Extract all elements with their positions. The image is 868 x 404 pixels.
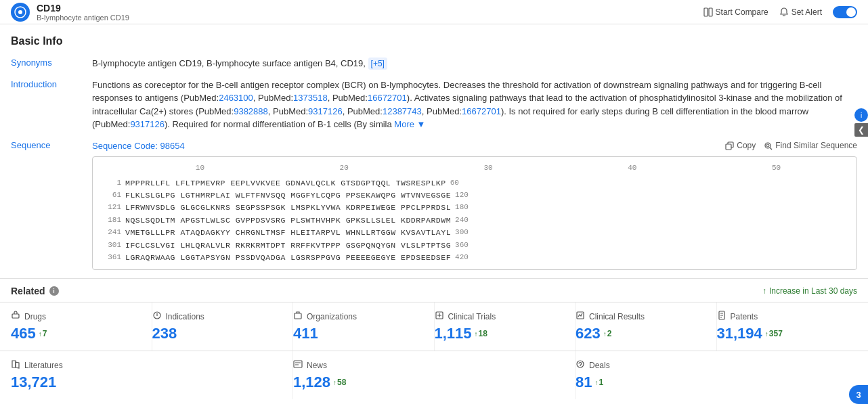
introduction-value: Functions as coreceptor for the B-cell a… (92, 78, 857, 131)
sequence-box[interactable]: 10 20 30 40 50 1 MPPPRLLFL LFLTPMEVRP EE… (92, 156, 857, 270)
header-title: CD19 B-lymphocyte antigen CD19 (37, 3, 129, 22)
seq-line-7: 361 LGRAQRWAAG LGGTAPSYGN PSSDVQADGA LGS… (101, 252, 848, 264)
indications-label: Indications (166, 312, 204, 321)
clinical-trials-label: Clinical Trials (448, 312, 496, 321)
info-float-button[interactable]: i (854, 108, 868, 122)
clinical-trials-icon (435, 311, 444, 322)
seq-line-4: 181 NQSLSQDLTM APGSTLWLSC GVPPDSVSRG PLS… (101, 215, 848, 227)
entity-subtitle: B-lymphocyte antigen CD19 (37, 14, 129, 22)
patents-label: Patents (731, 312, 758, 321)
deals-icon (576, 359, 585, 371)
svg-point-15 (577, 361, 584, 367)
alert-toggle[interactable] (833, 6, 857, 18)
pubmed-link-6[interactable]: 12387743 (383, 106, 422, 116)
pubmed-link-5[interactable]: 9317126 (308, 106, 343, 116)
related-card-clinical-trials[interactable]: Clinical Trials 1,115 ↑18 (435, 302, 576, 351)
clinical-trials-value: 1,115 ↑18 (435, 325, 565, 342)
find-similar-button[interactable]: Find Similar Sequence (764, 141, 857, 150)
pubmed-link-4[interactable]: 9382888 (234, 106, 268, 116)
related-card-deals[interactable]: Deals 81 ↑1 (576, 351, 857, 399)
related-info-icon[interactable]: i (49, 286, 59, 296)
deals-value: 81 ↑1 (576, 374, 846, 391)
clinical-results-value: 623 ↑2 (576, 325, 706, 342)
clinical-results-trend: ↑2 (603, 329, 612, 338)
seq-line-5: 241 VMETGLLLPR ATAQDAGKYY CHRGNLTMSF HLE… (101, 227, 848, 239)
sequence-value: Sequence Code: 98654 Copy (92, 139, 857, 271)
copy-button[interactable]: Copy (725, 141, 756, 150)
synonyms-more-badge[interactable]: [+5] (368, 58, 387, 70)
patents-value: 31,194 ↑357 (717, 325, 847, 342)
literatures-icon (11, 359, 20, 371)
related-card-patents[interactable]: Patents 31,194 ↑357 (717, 302, 858, 351)
deals-label: Deals (589, 361, 610, 370)
sequence-ruler: 10 20 30 40 50 (128, 162, 848, 175)
copy-icon (725, 141, 734, 150)
related-card-drugs[interactable]: Drugs 465 ↑7 (11, 302, 152, 351)
svg-rect-4 (726, 144, 731, 150)
header-left: CD19 B-lymphocyte antigen CD19 (11, 3, 129, 22)
indications-icon (152, 311, 162, 322)
sequence-row: Sequence Sequence Code: 98654 Copy (11, 139, 857, 271)
search-circle-icon (764, 141, 773, 150)
entity-title: CD19 (37, 3, 129, 14)
app-logo (11, 3, 30, 22)
pubmed-link-1[interactable]: 2463100 (219, 93, 253, 103)
header-right: Start Compare Set Alert (703, 6, 857, 18)
news-value: 1,128 ↑58 (293, 374, 564, 391)
related-card-literatures[interactable]: Literatures 13,721 (11, 351, 293, 399)
indications-value: 238 (152, 325, 282, 342)
organizations-label: Organizations (307, 312, 357, 321)
synonyms-label: Synonyms (11, 57, 92, 68)
sequence-actions: Copy Find Similar Sequence (725, 141, 857, 150)
related-card-indications[interactable]: Indications 238 (152, 302, 294, 351)
pagination-button[interactable]: 3 (849, 385, 868, 399)
organizations-value: 411 (293, 325, 423, 342)
drugs-label: Drugs (24, 312, 46, 321)
seq-line-3: 121 LFRWNVSDLG GLGCGLKNRS SEGPSSPSGK LMS… (101, 202, 848, 214)
patents-icon (717, 311, 726, 322)
compare-icon (703, 7, 713, 17)
basic-info-title: Basic Info (11, 35, 857, 47)
pubmed-link-3[interactable]: 16672701 (368, 93, 407, 103)
seq-line-1: 1 MPPPRLLFL LFLTPMEVRP EEPLVVKVEE GDNAVL… (101, 177, 848, 189)
synonyms-value: B-lymphocyte antigen CD19, B-lymphocyte … (92, 57, 857, 70)
related-card-news[interactable]: News 1,128 ↑58 (293, 351, 576, 399)
start-compare-button[interactable]: Start Compare (703, 7, 768, 17)
related-card-clinical-results[interactable]: Clinical Results 623 ↑2 (576, 302, 717, 351)
related-title: Related i (11, 286, 59, 296)
seq-line-2: 61 FLKLSLGLPG LGTHMRPLAI WLFTFNVSQQ MGGF… (101, 189, 848, 202)
svg-point-5 (765, 143, 771, 148)
clinical-results-label: Clinical Results (589, 312, 645, 321)
svg-rect-10 (295, 313, 301, 319)
sequence-label: Sequence (11, 139, 92, 150)
sequence-header: Sequence Code: 98654 Copy (92, 139, 857, 153)
related-card-organizations[interactable]: Organizations 411 (293, 302, 435, 351)
news-trend: ↑58 (333, 378, 346, 387)
drugs-value: 465 ↑7 (11, 325, 141, 342)
more-link[interactable]: More ▼ (394, 119, 425, 129)
side-float-buttons: i ❮ (854, 108, 868, 137)
related-cards-row2: Literatures 13,721 News 1,128 ↑58 Deals … (0, 351, 868, 399)
synonyms-row: Synonyms B-lymphocyte antigen CD19, B-ly… (11, 57, 857, 70)
seq-line-6: 301 IFCLCSLVGI LHLQRALVLR RKRKRMTDPT RRF… (101, 240, 848, 252)
literatures-value: 13,721 (11, 374, 282, 391)
bell-icon (779, 7, 789, 17)
chevron-float-button[interactable]: ❮ (854, 123, 868, 137)
literatures-label: Literatures (24, 361, 63, 370)
svg-rect-14 (294, 361, 302, 367)
svg-point-1 (18, 10, 22, 14)
svg-point-6 (766, 144, 769, 147)
introduction-label: Introduction (11, 78, 92, 89)
drugs-trend: ↑7 (39, 329, 47, 338)
sequence-code[interactable]: Sequence Code: 98654 (92, 139, 185, 153)
svg-rect-2 (704, 8, 708, 16)
set-alert-button[interactable]: Set Alert (779, 7, 822, 17)
news-icon (293, 359, 303, 371)
pubmed-link-7[interactable]: 16672701 (462, 106, 501, 116)
clinical-results-icon (576, 311, 585, 322)
svg-rect-3 (709, 8, 712, 16)
pubmed-link-2[interactable]: 1373518 (293, 93, 328, 103)
pubmed-link-8[interactable]: 9317126 (130, 119, 165, 129)
introduction-row: Introduction Functions as coreceptor for… (11, 78, 857, 131)
trend-label: ↑ Increase in Last 30 days (762, 286, 857, 296)
